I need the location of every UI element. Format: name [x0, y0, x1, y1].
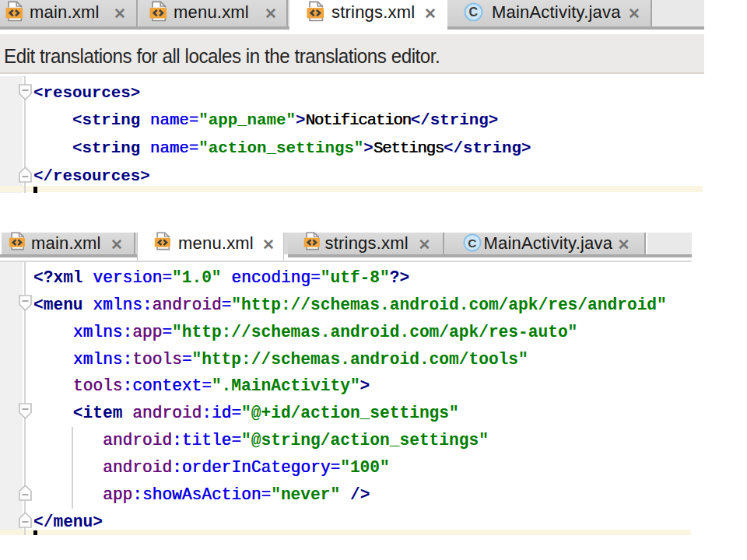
svg-text:C: C [468, 236, 476, 249]
svg-text:C: C [468, 5, 478, 19]
